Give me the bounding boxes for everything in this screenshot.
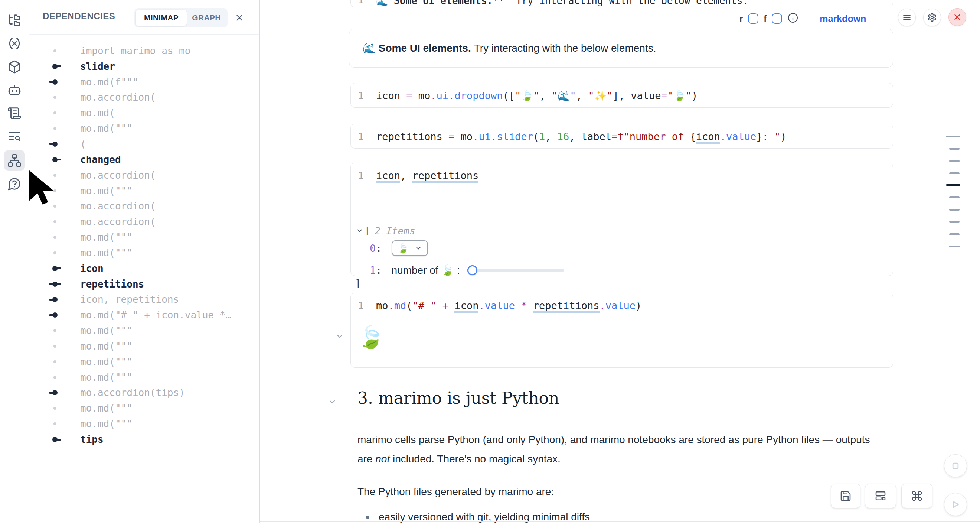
- layout-button[interactable]: [865, 484, 896, 508]
- code-cell-repetitions[interactable]: 1 repetitions = mo.ui.slider(1, 16, labe…: [350, 124, 893, 148]
- code-line[interactable]: icon = mo.ui.dropdown(["🍃", "🌊", "✨"], v…: [371, 90, 697, 102]
- minimap-item[interactable]: mo.md(""": [29, 121, 259, 136]
- markdown-editor-cell[interactable]: 1 🌊 Some UI elements.** Try interacting …: [350, 0, 893, 8]
- minimap-item[interactable]: (: [29, 136, 259, 152]
- code-token: ,: [545, 131, 557, 142]
- cell-indicator-dash[interactable]: [946, 184, 960, 186]
- code-line[interactable]: repetitions = mo.ui.slider(1, 16, label=…: [371, 131, 787, 142]
- chevron-down-icon: [415, 244, 422, 252]
- minimap-item[interactable]: mo.md(""": [29, 230, 259, 245]
- code-token: dropdown: [454, 90, 503, 101]
- minimap-item[interactable]: tips: [29, 432, 259, 447]
- variables-icon[interactable]: [4, 33, 25, 54]
- code-line[interactable]: icon, repetitions: [371, 170, 479, 181]
- cell-indicator-dash[interactable]: [949, 246, 959, 247]
- minimap-item[interactable]: mo.md(""": [29, 354, 259, 370]
- minimap-item[interactable]: mo.md(f""": [29, 74, 259, 90]
- cell-indicator-dash[interactable]: [946, 136, 959, 137]
- code-token: , label: [569, 131, 611, 142]
- minimap-item[interactable]: mo.md(""": [29, 400, 259, 416]
- shortcuts-button[interactable]: [901, 484, 932, 508]
- code-token: .: [720, 131, 726, 142]
- slider-track[interactable]: [467, 269, 564, 272]
- collapse-array-icon[interactable]: [356, 227, 363, 234]
- icon-dropdown[interactable]: 🍃: [391, 240, 428, 256]
- minimap-item-label: mo.md(""": [80, 325, 132, 336]
- settings-button[interactable]: [923, 8, 941, 26]
- cell-language-button[interactable]: markdown: [819, 13, 866, 24]
- code-line[interactable]: mo.md("# " + icon.value * repetitions.va…: [371, 300, 641, 311]
- minimap-item[interactable]: mo.accordion(: [29, 90, 259, 105]
- minimap-item-label: icon, repetitions: [80, 294, 179, 305]
- minimap-item[interactable]: changed: [29, 152, 259, 167]
- paragraph-text: included. There’s no magical syntax.: [390, 453, 560, 465]
- minimap-item[interactable]: import marimo as mo: [29, 43, 259, 59]
- collapse-section-icon[interactable]: [328, 397, 337, 407]
- minimap-item[interactable]: mo.md(""": [29, 370, 259, 385]
- code-token: ,: [576, 90, 589, 101]
- minimap-item[interactable]: mo.md("# " + icon.value *…: [29, 307, 259, 323]
- code-token: icon: [696, 131, 720, 144]
- minimap-item[interactable]: mo.accordion(tips): [29, 385, 259, 401]
- cell-indicator-dash[interactable]: [949, 160, 959, 162]
- info-icon[interactable]: [788, 12, 799, 25]
- menu-button[interactable]: [898, 8, 916, 26]
- package-icon[interactable]: [4, 56, 25, 77]
- cell-indicator-dash[interactable]: [949, 196, 959, 198]
- tab-minimap[interactable]: MINIMAP: [136, 10, 187, 26]
- minimap-item[interactable]: icon, repetitions: [29, 292, 259, 308]
- code-cell-md-result[interactable]: 1 mo.md("# " + icon.value * repetitions.…: [350, 293, 893, 368]
- code-cell-icon[interactable]: 1 icon = mo.ui.dropdown(["🍃", "🌊", "✨"],…: [350, 83, 893, 108]
- code-token: icon: [376, 90, 406, 101]
- reactive-toggle-label: r: [740, 13, 743, 24]
- cell-indicator-dash[interactable]: [949, 172, 959, 174]
- markdown-source-token: 🌊 Some UI elements.: [376, 0, 493, 6]
- minimap-item[interactable]: mo.md(: [29, 105, 259, 121]
- collapse-output-icon[interactable]: [335, 332, 344, 341]
- scroll-icon[interactable]: [4, 103, 25, 124]
- help-icon[interactable]: [4, 174, 25, 194]
- dependencies-icon[interactable]: [4, 150, 25, 171]
- slider-knob[interactable]: [467, 265, 477, 275]
- minimap-item[interactable]: mo.md(""": [29, 245, 259, 261]
- close-panel-button[interactable]: [232, 10, 247, 25]
- stop-button[interactable]: [944, 454, 967, 477]
- code-token: ): [780, 131, 786, 142]
- minimap-item-label: mo.accordion(: [80, 201, 156, 212]
- gutter-divider: [371, 128, 371, 145]
- minimap-item[interactable]: repetitions: [29, 276, 259, 292]
- shutdown-button[interactable]: [948, 8, 966, 26]
- minimap-item[interactable]: icon: [29, 261, 259, 276]
- close-icon: [235, 13, 244, 23]
- minimap-item[interactable]: mo.md(""": [29, 323, 259, 338]
- minimap-marker: [46, 245, 64, 261]
- code-token: icon: [376, 170, 400, 183]
- md-result-output: 🍃: [351, 318, 893, 368]
- cell-indicator-dash[interactable]: [949, 233, 959, 235]
- code-token: 1: [539, 131, 545, 142]
- minimap-marker: [46, 323, 64, 338]
- minimap-item[interactable]: mo.md(""": [29, 338, 259, 354]
- file-tree-icon[interactable]: [4, 10, 25, 31]
- minimap-item[interactable]: mo.md(""": [29, 416, 259, 432]
- minimap-item[interactable]: slider: [29, 59, 259, 74]
- cell-indicator-dash[interactable]: [949, 221, 959, 223]
- minimap-marker: [46, 432, 64, 447]
- minimap-item-label: icon: [80, 263, 103, 274]
- colon: :: [375, 265, 382, 276]
- snippet-search-icon[interactable]: [4, 126, 25, 147]
- code-cell-tuple[interactable]: 1 icon, repetitions [ 2 Items 0: 🍃: [350, 163, 893, 276]
- save-button[interactable]: [831, 484, 861, 508]
- cell-indicator-dash[interactable]: [949, 148, 959, 150]
- format-checkbox[interactable]: [772, 13, 782, 24]
- cell-indicator-dash[interactable]: [949, 209, 959, 210]
- tab-graph[interactable]: GRAPH: [187, 10, 226, 26]
- code-token: mo: [376, 300, 388, 311]
- bullet-icon: [366, 515, 369, 519]
- reactive-checkbox[interactable]: [748, 13, 758, 24]
- ai-bot-icon[interactable]: [4, 80, 25, 100]
- run-button[interactable]: [944, 493, 967, 516]
- colon: :: [375, 242, 382, 254]
- minimap-item[interactable]: mo.accordion(: [29, 214, 259, 230]
- repetitions-slider[interactable]: [467, 262, 564, 278]
